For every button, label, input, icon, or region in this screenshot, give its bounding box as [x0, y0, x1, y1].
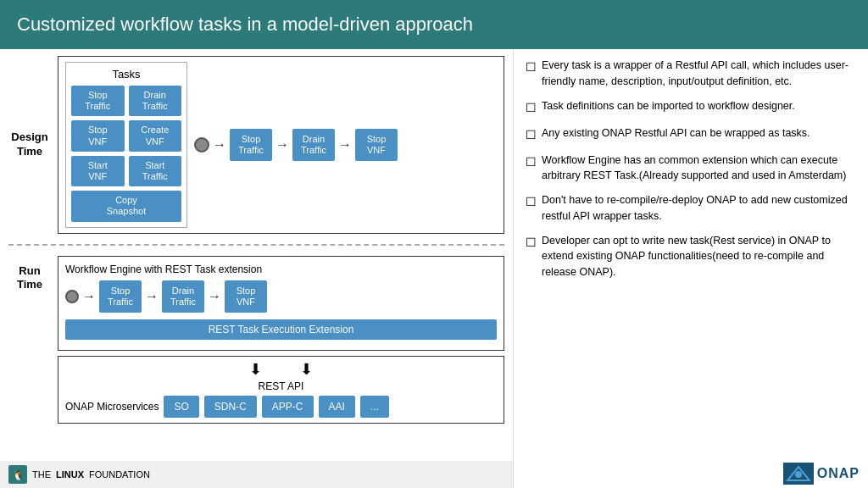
bullet-text-5: Don't have to re-compile/re-deploy ONAP … — [542, 192, 856, 225]
more-btn[interactable]: ... — [360, 396, 389, 418]
rest-ext-bar: REST Task Execution Extension — [65, 319, 497, 340]
tasks-title: Tasks — [71, 68, 181, 80]
rest-api-label: REST API — [65, 380, 497, 392]
onap-icon — [786, 465, 811, 482]
start-vnf-task-btn[interactable]: StartVNF — [71, 156, 125, 186]
stop-traffic-task-btn[interactable]: StopTraffic — [71, 86, 125, 116]
the-label: THE — [32, 469, 51, 480]
rt-stop-vnf-btn[interactable]: StopVNF — [225, 280, 267, 313]
right-panel: ☐ Every task is a wrapper of a Restful A… — [513, 49, 868, 488]
so-btn[interactable]: SO — [164, 396, 198, 418]
bullet-6: ☐ Developer can opt to write new task(Re… — [526, 233, 856, 280]
start-circle — [194, 137, 209, 152]
bullet-1: ☐ Every task is a wrapper of a Restful A… — [526, 58, 856, 90]
app-c-btn[interactable]: APP-C — [262, 396, 314, 418]
create-vnf-task-btn[interactable]: CreateVNF — [129, 120, 182, 151]
linux-label: LINUX — [56, 469, 84, 480]
arrow-2: → — [275, 137, 289, 152]
run-time-section: RunTime Workflow Engine with REST Task e… — [8, 256, 504, 424]
bullet-text-1: Every task is a wrapper of a Restful API… — [542, 58, 856, 90]
runtime-box: Workflow Engine with REST Task extension… — [58, 256, 504, 351]
rt-drain-traffic-btn[interactable]: DrainTraffic — [162, 280, 204, 313]
arrow-1: → — [213, 137, 226, 152]
bullet-4: ☐ Workflow Engine has an common extensio… — [526, 152, 856, 185]
microservices-row: ONAP Microservices SO SDN-C APP-C AAI ..… — [65, 396, 497, 418]
tasks-grid: StopTraffic DrainTraffic StopVNF CreateV… — [71, 86, 181, 222]
rt-arrow-3: → — [208, 289, 221, 304]
drain-traffic-task-btn[interactable]: DrainTraffic — [129, 86, 182, 116]
bullet-3: ☐ Any existing ONAP Restful API can be w… — [526, 125, 856, 144]
flow-stop-traffic-btn[interactable]: StopTraffic — [230, 129, 272, 161]
run-time-label: RunTime — [8, 264, 51, 293]
onap-logo: ONAP — [783, 463, 860, 485]
rt-arrow-1: → — [82, 289, 96, 304]
runtime-flow: → StopTraffic → DrainTraffic → StopVNF — [65, 280, 497, 313]
design-flow-area: → StopTraffic → DrainTraffic → StopVNF — [194, 129, 497, 161]
checkbox-5: ☐ — [526, 193, 537, 225]
tasks-box: Tasks StopTraffic DrainTraffic StopVNF C… — [58, 56, 504, 234]
start-traffic-task-btn[interactable]: StartTraffic — [129, 156, 182, 186]
rest-api-section: ⬇ ⬇ REST API ONAP Microservices SO SDN-C… — [58, 356, 504, 424]
sdn-c-btn[interactable]: SDN-C — [204, 396, 257, 418]
header-title: Customized workflow tasks in a model-dri… — [17, 14, 473, 36]
flow-stop-vnf-btn[interactable]: StopVNF — [355, 129, 398, 161]
foundation-label: FOUNDATION — [89, 469, 150, 480]
checkbox-4: ☐ — [526, 153, 537, 185]
copy-snapshot-task-btn[interactable]: CopySnapshot — [71, 191, 181, 221]
arrow-3: → — [338, 137, 352, 152]
onap-text: ONAP — [817, 463, 860, 484]
design-time-section: DesignTime Tasks StopTraffic DrainTraffi… — [8, 56, 504, 234]
header: Customized workflow tasks in a model-dri… — [0, 0, 868, 49]
bullet-2: ☐ Task definitions can be imported to wo… — [526, 98, 856, 117]
svg-text:🐧: 🐧 — [12, 469, 25, 481]
bullet-text-3: Any existing ONAP Restful API can be wra… — [542, 125, 810, 144]
rt-arrow-2: → — [145, 289, 159, 304]
checkbox-1: ☐ — [526, 58, 537, 90]
aai-btn[interactable]: AAI — [319, 396, 355, 418]
rt-stop-traffic-btn[interactable]: StopTraffic — [99, 280, 142, 313]
flow-drain-traffic-btn[interactable]: DrainTraffic — [292, 129, 335, 161]
design-inner: Tasks StopTraffic DrainTraffic StopVNF C… — [65, 62, 497, 228]
tux-icon: 🐧 — [8, 465, 27, 484]
left-panel: DesignTime Tasks StopTraffic DrainTraffi… — [0, 49, 513, 488]
bullet-text-6: Developer can opt to write new task(Rest… — [542, 233, 856, 280]
tasks-panel: Tasks StopTraffic DrainTraffic StopVNF C… — [65, 62, 187, 228]
section-divider — [8, 244, 504, 246]
checkbox-3: ☐ — [526, 126, 537, 144]
svg-point-3 — [795, 471, 802, 478]
bullet-text-2: Task definitions can be imported to work… — [542, 98, 795, 117]
ms-label: ONAP Microservices — [65, 401, 159, 413]
design-time-label: DesignTime — [8, 130, 51, 159]
stop-vnf-task-btn[interactable]: StopVNF — [71, 120, 125, 151]
runtime-title: Workflow Engine with REST Task extension — [65, 263, 497, 275]
checkbox-6: ☐ — [526, 234, 537, 280]
checkbox-2: ☐ — [526, 99, 537, 117]
footer: 🐧 THE LINUX FOUNDATION — [0, 461, 513, 488]
down-arrow: ⬇ ⬇ — [65, 362, 497, 377]
bullet-text-4: Workflow Engine has an common extension … — [542, 152, 856, 185]
bullet-5: ☐ Don't have to re-compile/re-deploy ONA… — [526, 192, 856, 225]
runtime-start-circle — [65, 290, 79, 303]
